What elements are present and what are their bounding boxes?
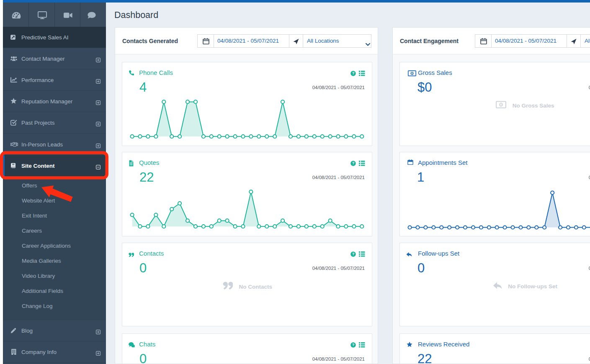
svg-text:?: ?	[352, 251, 355, 256]
svg-text:?: ?	[352, 342, 355, 347]
